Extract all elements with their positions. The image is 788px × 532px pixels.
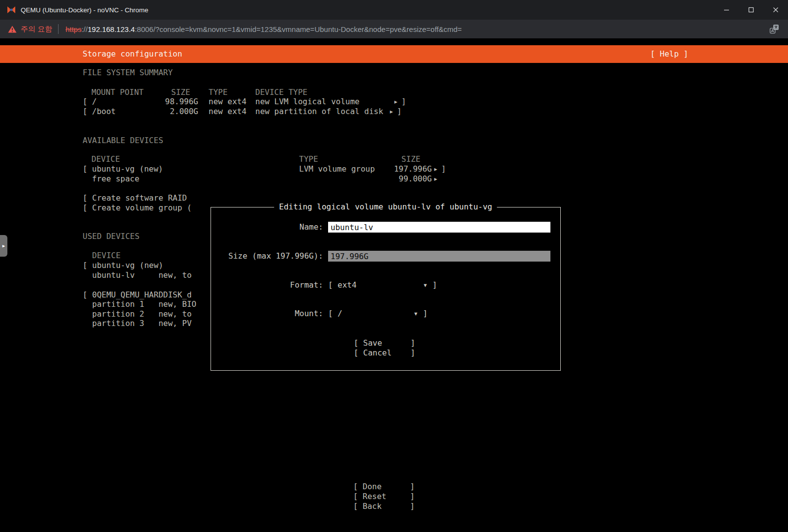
help-button[interactable]: [ Help ] bbox=[650, 45, 688, 63]
available-col-size: SIZE bbox=[401, 154, 421, 164]
used-row-ubuntu-vg[interactable]: [ ubuntu-vg (new) bbox=[83, 261, 163, 270]
page-title: Storage configuration bbox=[83, 45, 182, 63]
available-devices-heading: AVAILABLE DEVICES bbox=[83, 136, 163, 146]
size-label: Size (max 197.996G): bbox=[211, 251, 323, 261]
novnc-viewport: Storage configuration [ Help ] FILE SYST… bbox=[0, 38, 788, 532]
fs-row-boot-type: new ext4 bbox=[209, 107, 246, 117]
window-title: QEMU (Ubuntu-Docker) - noVNC - Chrome bbox=[21, 6, 149, 14]
url-path: :8006/?console=kvm&novnc=1&vmid=1235&vmn… bbox=[135, 25, 462, 33]
name-label: Name: bbox=[211, 222, 323, 232]
not-secure-warning-icon[interactable] bbox=[8, 26, 17, 33]
done-button[interactable]: [ Done ] bbox=[353, 482, 415, 492]
fs-col-size: SIZE bbox=[171, 88, 190, 97]
used-row-partition-3[interactable]: partition 3 new, PV bbox=[83, 319, 192, 328]
vg-row-size: 197.996G bbox=[368, 164, 432, 174]
name-input[interactable] bbox=[328, 222, 550, 233]
free-space-label: free space bbox=[92, 174, 139, 184]
mount-label: Mount: bbox=[211, 309, 323, 319]
novnc-favicon-icon bbox=[7, 6, 16, 14]
used-row-partition-2[interactable]: partition 2 new, to bbox=[83, 309, 192, 319]
fs-row-boot-device: new partition of local disk bbox=[255, 107, 383, 117]
free-space-size: 99.000G bbox=[368, 174, 432, 184]
used-table-columns: DEVICE bbox=[83, 251, 121, 261]
used-devices-heading: USED DEVICES bbox=[83, 232, 140, 241]
fs-row-boot-open-bracket: [ bbox=[83, 107, 88, 117]
url-host: 192.168.123.4 bbox=[88, 25, 135, 33]
fs-row-root-close-bracket: ] bbox=[401, 97, 406, 107]
mount-dropdown[interactable]: [ / ▾ ] bbox=[328, 309, 427, 319]
create-volume-group-button[interactable]: [ Create volume group ( bbox=[83, 203, 192, 213]
fs-row-root-type: new ext4 bbox=[209, 97, 246, 107]
vg-row-expand-icon[interactable]: ▸ bbox=[433, 164, 438, 174]
browser-window: QEMU (Ubuntu-Docker) - noVNC - Chrome 주의… bbox=[0, 0, 788, 532]
create-software-raid-button[interactable]: [ Create software RAID bbox=[83, 193, 187, 203]
fs-row-root-expand-icon[interactable]: ▸ bbox=[394, 97, 398, 107]
free-space-expand-icon[interactable]: ▸ bbox=[433, 174, 438, 184]
used-row-ubuntu-lv[interactable]: ubuntu-lv new, to bbox=[83, 270, 192, 280]
fs-row-root-device: new LVM logical volume bbox=[255, 97, 360, 107]
save-button[interactable]: [ Save ] bbox=[354, 338, 415, 348]
available-col-device: DEVICE bbox=[91, 154, 120, 164]
novnc-control-handle[interactable]: ▶ bbox=[0, 235, 7, 257]
translate-icon[interactable] bbox=[769, 24, 779, 34]
fs-col-device: DEVICE TYPE bbox=[255, 88, 307, 97]
fs-row-boot-mount: /boot bbox=[92, 107, 116, 117]
fs-row-boot-size: 2.000G bbox=[152, 107, 198, 117]
fs-row-root-size: 98.996G bbox=[152, 97, 198, 107]
vg-row-open-bracket: [ bbox=[83, 164, 88, 174]
dialog-title: Editing logical volume ubuntu-lv of ubun… bbox=[274, 202, 497, 212]
available-col-type: TYPE bbox=[299, 154, 318, 164]
fs-row-boot-expand-icon[interactable]: ▸ bbox=[389, 107, 394, 117]
fs-summary-heading: FILE SYSTEM SUMMARY bbox=[83, 68, 173, 78]
window-controls bbox=[714, 0, 788, 20]
fs-col-mount: MOUNT POINT bbox=[91, 88, 144, 97]
titlebar: QEMU (Ubuntu-Docker) - noVNC - Chrome bbox=[0, 0, 788, 20]
omnibox-divider bbox=[58, 24, 59, 34]
url-scheme: https bbox=[65, 25, 82, 33]
omnibox-toolbar: 주의 요함 https://192.168.123.4:8006/?consol… bbox=[0, 20, 788, 38]
url-separator: :// bbox=[82, 25, 88, 33]
not-secure-label[interactable]: 주의 요함 bbox=[21, 25, 52, 34]
used-row-harddisk[interactable]: [ 0QEMU_QEMU_HARDDISK_d bbox=[83, 290, 192, 300]
vg-row-type: LVM volume group bbox=[299, 164, 375, 174]
maximize-button[interactable] bbox=[739, 0, 763, 20]
size-input[interactable] bbox=[328, 251, 550, 262]
url-text[interactable]: https://192.168.123.4:8006/?console=kvm&… bbox=[65, 25, 462, 33]
cancel-button[interactable]: [ Cancel ] bbox=[354, 348, 415, 358]
back-button[interactable]: [ Back ] bbox=[353, 502, 415, 511]
fs-row-root-open-bracket: [ bbox=[83, 97, 88, 107]
vg-row-device: ubuntu-vg (new) bbox=[92, 164, 163, 174]
close-button[interactable] bbox=[763, 0, 788, 20]
fs-col-type: TYPE bbox=[209, 88, 228, 97]
expand-arrow-icon: ▶ bbox=[2, 243, 5, 248]
minimize-button[interactable] bbox=[714, 0, 739, 20]
fs-row-root-mount: / bbox=[92, 97, 97, 107]
fs-row-boot-close-bracket: ] bbox=[397, 107, 402, 117]
vg-row-close-bracket: ] bbox=[441, 164, 446, 174]
storage-header-bar: Storage configuration [ Help ] bbox=[0, 45, 788, 63]
format-label: Format: bbox=[211, 280, 323, 290]
format-dropdown[interactable]: [ ext4 ▾ ] bbox=[328, 280, 437, 290]
edit-lv-dialog: Editing logical volume ubuntu-lv of ubun… bbox=[211, 207, 561, 371]
reset-button[interactable]: [ Reset ] bbox=[353, 492, 415, 502]
used-row-partition-1[interactable]: partition 1 new, BIO bbox=[83, 299, 196, 309]
